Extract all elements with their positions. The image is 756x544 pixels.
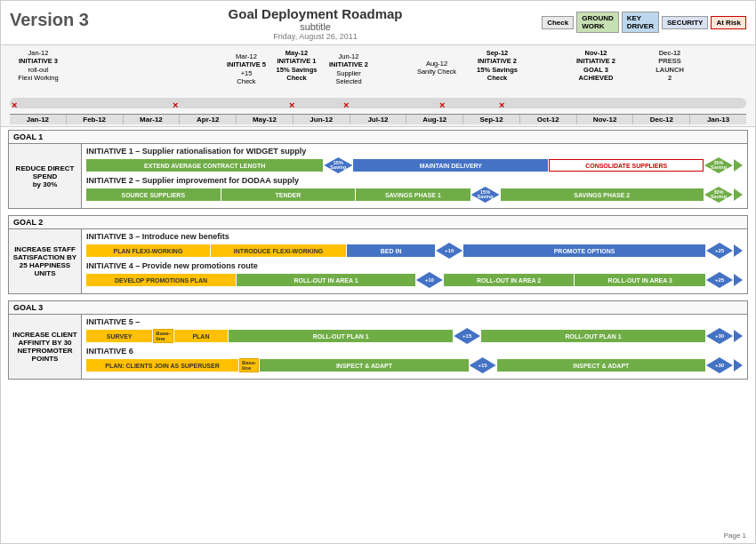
arrow-i5-end — [734, 330, 743, 342]
diamond-30-saving1: 30%Saving — [704, 157, 733, 173]
initiative6: INITIATIVE 6 PLAN: CLIENTS JOIN AS SUPER… — [86, 347, 743, 373]
initiative4-bars: DEVELOP PROMOTIONS PLAN ROLL-OUT IN AREA… — [86, 272, 743, 288]
goal2-content: INITIATIVE 3 – Introduce new benefits PL… — [82, 229, 747, 293]
timeline-section: Jan-12INITIATIVE 3roll-outFlexi Working … — [1, 45, 755, 127]
bar-plan-flexi: PLAN FLEXI-WORKING — [86, 244, 210, 257]
goal1-section: GOAL 1 REDUCE DIRECT SPENDby 30% INITIAT… — [8, 130, 748, 209]
subtitle: subtitle — [89, 21, 542, 32]
initiative6-bars: PLAN: CLIENTS JOIN AS SUPERUSER Base-lin… — [86, 357, 743, 373]
diamond-30-saving2: 30%Saving — [704, 187, 733, 203]
timeline-container: Jan-12INITIATIVE 3roll-outFlexi Working … — [10, 49, 746, 124]
bar-rollout-area2: ROLL-OUT IN AREA 2 — [444, 274, 575, 286]
bar-bed-in: BED IN — [347, 244, 435, 257]
month-may12: May-12 — [237, 115, 294, 124]
legend-ground: GROUNDWORK — [576, 12, 619, 33]
marker-jan: × — [12, 100, 17, 110]
bar-develop-promo: DEVELOP PROMOTIONS PLAN — [86, 274, 236, 286]
month-aug12: Aug-12 — [406, 115, 463, 124]
goal1-title: GOAL 1 — [9, 131, 747, 144]
bar-consolidate-suppliers: CONSOLIDATE SUPPLIERS — [549, 159, 704, 172]
month-jan13: Jan-13 — [690, 115, 746, 124]
milestone-jun12: Jun-12INITIATIVE 2SupplierSelected — [326, 52, 372, 86]
diamond-15-saving2: 15%Saving — [471, 187, 500, 203]
month-jan12: Jan-12 — [10, 115, 67, 124]
diamond-plus25-i3: +25 — [706, 243, 733, 259]
goal1-body: REDUCE DIRECT SPENDby 30% INITIATIVE 1 –… — [9, 144, 747, 208]
initiative1-title: INITIATIVE 1 – Supplier rationalisation … — [86, 147, 743, 156]
goal2-section: GOAL 2 INCREASE STAFF SATISFACTION BY 25… — [8, 215, 748, 294]
diamond-plus25-i4: +25 — [706, 272, 733, 288]
legend: Check GROUNDWORK KEYDRIVER SECURITY At R… — [542, 12, 746, 33]
bar-savings-phase1: SAVINGS PHASE 1 — [356, 188, 470, 201]
bar-intro-flexi: INTRODUCE FLEXI-WORKING — [211, 244, 346, 257]
month-nov12: Nov-12 — [577, 115, 634, 124]
page-number: Page 1 — [724, 532, 746, 540]
bar-extend-contract: EXTEND AVERAGE CONTRACT LENGTH — [86, 159, 323, 172]
bar-promote-options: PROMOTE OPTIONS — [463, 244, 705, 257]
marker-may: × — [289, 100, 294, 110]
bar-tender: TENDER — [221, 188, 356, 201]
goal2-label: INCREASE STAFF SATISFACTION BY 25 HAPPIN… — [9, 229, 82, 293]
arrow-i1-end — [734, 159, 743, 172]
bar-rollout-plan1b-i5: ROLL-OUT PLAN 1 — [481, 330, 705, 342]
initiative5-title: INITIATIVE 5 – — [86, 317, 743, 326]
goal1-content: INITIATIVE 1 – Supplier rationalisation … — [82, 144, 747, 208]
initiative5-bars: SURVEY Base-line PLAN ROLL-OUT PLAN 1 +1… — [86, 328, 743, 344]
bar-inspect-adapt1: INSPECT & ADAPT — [260, 359, 468, 372]
goal3-title: GOAL 3 — [9, 301, 747, 315]
diamond-plus15-i5: +15 — [454, 328, 480, 344]
milestone-dec12: Dec-12PRESSLAUNCH2 — [644, 49, 696, 83]
month-feb12: Feb-12 — [67, 115, 124, 124]
goal2-body: INCREASE STAFF SATISFACTION BY 25 HAPPIN… — [9, 229, 747, 293]
goal3-content: INITIATIVE 5 – SURVEY Base-line PLAN ROL… — [82, 315, 747, 379]
initiative3-title: INITIATIVE 3 – Introduce new benefits — [86, 232, 743, 241]
main-page: Version 3 Goal Deployment Roadmap subtit… — [0, 0, 756, 544]
goals-container: GOAL 1 REDUCE DIRECT SPENDby 30% INITIAT… — [1, 127, 755, 386]
marker-aug: × — [439, 100, 445, 110]
bar-inspect-adapt2: INSPECT & ADAPT — [497, 359, 705, 372]
initiative2-bars: SOURCE SUPPLIERS TENDER SAVINGS PHASE 1 … — [86, 187, 743, 203]
version-label: Version 3 — [10, 10, 89, 30]
bar-savings-phase2: SAVINGS PHASE 2 — [501, 188, 704, 201]
milestone-nov12: Nov-12INITIATIVE 2GOAL 3ACHIEVED — [570, 49, 622, 83]
legend-atrisk: At Risk — [711, 16, 746, 29]
milestone-mar12: Mar-12INITIATIVE 5+15Check — [223, 52, 269, 86]
initiative2-title: INITIATIVE 2 – Supplier improvement for … — [86, 176, 743, 185]
arrow-i3-end — [734, 244, 743, 257]
diamond-plus15-i6: +15 — [470, 357, 496, 373]
bar-maintain-delivery: MAINTAIN DELIVERY — [353, 159, 548, 172]
milestone-jan12: Jan-12INITIATIVE 3roll-outFlexi Working — [12, 49, 65, 83]
baseline-i5: Base-line — [153, 329, 173, 343]
bar-plan-i5: PLAN — [174, 330, 229, 342]
month-sep12: Sep-12 — [463, 115, 520, 124]
months-bar: Jan-12 Feb-12 Mar-12 Apr-12 May-12 Jun-1… — [10, 114, 746, 124]
diamond-plus10-i4: +10 — [416, 272, 443, 288]
goal1-label: REDUCE DIRECT SPENDby 30% — [9, 144, 82, 208]
diamond-plus30-i5: +30 — [706, 328, 733, 344]
goal3-label: INCREASE CLIENT AFFINITY BY 30 NETPROMOT… — [9, 315, 82, 379]
initiative2: INITIATIVE 2 – Supplier improvement for … — [86, 176, 743, 203]
marker-sep: × — [499, 100, 504, 110]
month-jun12: Jun-12 — [294, 115, 350, 124]
goal2-title: GOAL 2 — [9, 216, 747, 229]
marker-jun: × — [343, 100, 349, 110]
month-mar12: Mar-12 — [124, 115, 181, 124]
milestone-aug12: Aug-12Sanity Check — [414, 60, 459, 76]
initiative6-title: INITIATIVE 6 — [86, 347, 743, 356]
month-oct12: Oct-12 — [520, 115, 577, 124]
initiative1: INITIATIVE 1 – Supplier rationalisation … — [86, 147, 743, 173]
baseline-i6: Base-line — [239, 358, 259, 372]
initiative3: INITIATIVE 3 – Introduce new benefits PL… — [86, 232, 743, 259]
initiative4: INITIATIVE 4 – Provide new promotions ro… — [86, 261, 743, 288]
title-center: Goal Deployment Roadmap subtitle Friday,… — [89, 6, 542, 41]
bar-rollout-area1: ROLL-OUT IN AREA 1 — [237, 274, 415, 286]
diamond-plus10-i3: +10 — [436, 243, 462, 259]
initiative3-bars: PLAN FLEXI-WORKING INTRODUCE FLEXI-WORKI… — [86, 243, 743, 259]
arrow-i6-end — [734, 359, 743, 372]
goal3-section: GOAL 3 INCREASE CLIENT AFFINITY BY 30 NE… — [8, 300, 748, 380]
bar-survey: SURVEY — [86, 330, 152, 342]
diamond-plus30-i6: +30 — [706, 357, 733, 373]
arrow-i2-end — [734, 188, 743, 201]
bar-rollout-area3: ROLL-OUT IN AREA 3 — [575, 274, 705, 286]
bar-plan-clients: PLAN: CLIENTS JOIN AS SUPERUSER — [86, 359, 238, 372]
